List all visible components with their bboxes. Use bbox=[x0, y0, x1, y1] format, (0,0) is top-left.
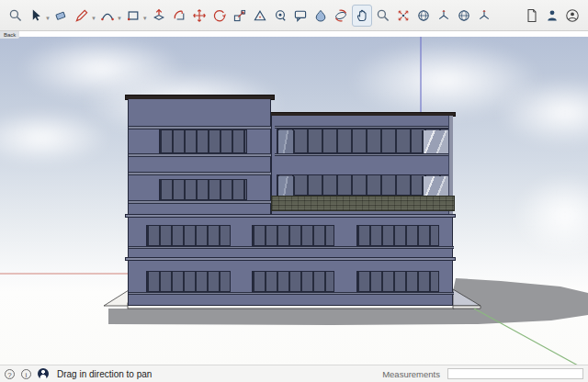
window-group-f2-2 bbox=[252, 225, 334, 246]
zoom-tool-icon[interactable] bbox=[374, 6, 392, 26]
chevron-down-icon[interactable]: ▼ bbox=[117, 16, 122, 21]
shapes-tool-icon[interactable] bbox=[124, 6, 142, 26]
window-reflection bbox=[278, 130, 295, 153]
back-tab[interactable]: Back bbox=[0, 31, 19, 39]
measurements-label: Measurements bbox=[382, 369, 440, 379]
window-reflection bbox=[422, 176, 449, 196]
walk-tool-icon[interactable] bbox=[455, 6, 473, 26]
facade-trim bbox=[129, 292, 454, 295]
facade-trim bbox=[129, 200, 272, 204]
measurements-input[interactable] bbox=[447, 368, 583, 379]
pan-tool-icon[interactable] bbox=[352, 5, 372, 27]
window-reflection bbox=[278, 176, 295, 196]
new-file-icon[interactable] bbox=[523, 6, 541, 26]
arc-tool-icon[interactable] bbox=[98, 6, 117, 26]
floor-ledge bbox=[125, 214, 456, 218]
facade-left-upper bbox=[128, 99, 271, 214]
facade-lower-block bbox=[128, 214, 453, 306]
help-icon[interactable]: ? bbox=[5, 369, 15, 379]
views-tool-icon[interactable] bbox=[414, 6, 433, 26]
window-band-f4-right bbox=[277, 129, 449, 153]
chevron-down-icon[interactable]: ▼ bbox=[45, 16, 51, 21]
window-group-f1-3 bbox=[356, 271, 439, 292]
floor-ledge bbox=[125, 257, 456, 261]
move-tool-icon[interactable] bbox=[190, 6, 209, 26]
window-group-f2-3 bbox=[356, 225, 439, 246]
chevron-down-icon[interactable]: ▼ bbox=[142, 16, 148, 21]
search-icon[interactable] bbox=[6, 6, 25, 26]
rotate-tool-icon[interactable] bbox=[210, 6, 229, 26]
eraser-tool-icon[interactable] bbox=[52, 6, 71, 26]
orbit-tool-icon[interactable] bbox=[332, 6, 350, 26]
window-band-f3-right bbox=[277, 174, 449, 196]
facade-trim bbox=[129, 153, 272, 157]
chevron-down-icon[interactable]: ▼ bbox=[91, 16, 96, 21]
window-group-f2-1 bbox=[146, 225, 231, 246]
select-tool-icon[interactable] bbox=[27, 6, 45, 26]
account-icon[interactable] bbox=[563, 6, 582, 26]
window-group-f1-2 bbox=[252, 271, 334, 292]
main-toolbar: ▼ ▼ ▼ ▼ bbox=[0, 0, 588, 31]
building-model[interactable] bbox=[0, 37, 588, 365]
window-reflection bbox=[422, 130, 449, 153]
offset-tool-icon[interactable] bbox=[170, 6, 188, 26]
status-bar: ? i Drag in direction to pan Measurement… bbox=[0, 365, 588, 382]
text-tool-icon[interactable] bbox=[291, 6, 310, 26]
position-camera-tool-icon[interactable] bbox=[435, 6, 453, 26]
window-band-f4-left bbox=[159, 129, 247, 153]
status-hint: Drag in direction to pan bbox=[57, 369, 152, 379]
model-viewport[interactable] bbox=[0, 37, 588, 365]
zoom-extents-tool-icon[interactable] bbox=[394, 6, 413, 26]
tape-measure-tool-icon[interactable] bbox=[251, 6, 269, 26]
info-icon[interactable]: i bbox=[21, 369, 31, 379]
push-pull-tool-icon[interactable] bbox=[150, 6, 168, 26]
window-group-f1-1 bbox=[146, 271, 231, 292]
feedback-icon[interactable] bbox=[38, 368, 49, 379]
paint-tool-icon[interactable] bbox=[311, 6, 330, 26]
facade-trim bbox=[129, 172, 272, 175]
look-around-tool-icon[interactable] bbox=[271, 6, 289, 26]
line-tool-icon[interactable] bbox=[73, 6, 91, 26]
share-icon[interactable] bbox=[543, 6, 561, 26]
facade-trim bbox=[275, 153, 451, 156]
facade-trim bbox=[129, 246, 454, 249]
scale-tool-icon[interactable] bbox=[231, 6, 249, 26]
window-band-f3-left bbox=[159, 179, 247, 200]
balcony-planter bbox=[271, 196, 455, 211]
sections-tool-icon[interactable] bbox=[475, 6, 493, 26]
